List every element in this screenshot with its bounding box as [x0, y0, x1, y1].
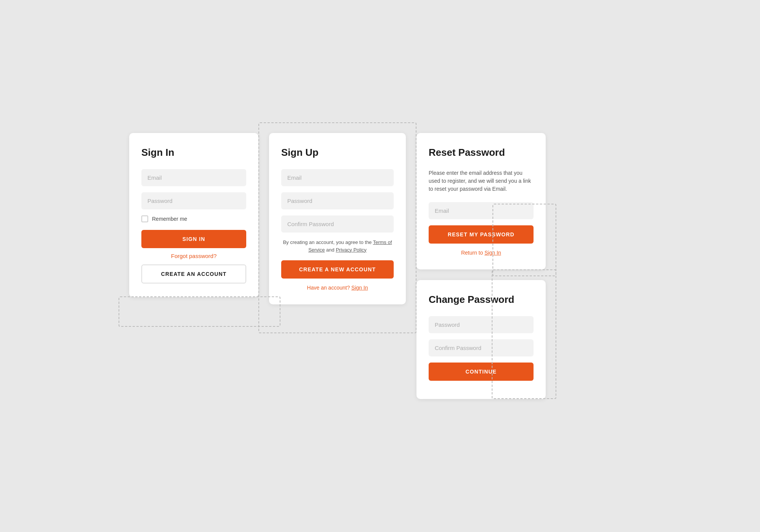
remember-me-label: Remember me: [152, 216, 187, 222]
change-password-input[interactable]: [429, 316, 534, 333]
return-signin-link[interactable]: Sign In: [484, 250, 501, 256]
signin-email-group: [141, 169, 246, 186]
change-password-group: [429, 316, 534, 333]
continue-button[interactable]: CONTINUE: [429, 363, 534, 381]
signup-column: Sign Up By creating an account, you agre…: [269, 133, 406, 304]
signup-signin-link[interactable]: Sign In: [352, 285, 368, 291]
reset-password-button[interactable]: RESET MY PASSWORD: [429, 225, 534, 244]
reset-email-group: [429, 202, 534, 219]
reset-email-input[interactable]: [429, 202, 534, 219]
signin-password-input[interactable]: [141, 192, 246, 209]
privacy-policy-link[interactable]: Privacy Policy: [336, 247, 367, 253]
signup-password-input[interactable]: [281, 192, 394, 209]
remember-me-checkbox[interactable]: [141, 215, 148, 222]
change-confirm-password-group: [429, 339, 534, 356]
create-new-account-button[interactable]: CREATE A NEW ACCOUNT: [281, 260, 394, 279]
create-account-button[interactable]: CREATE AN ACCOUNT: [141, 264, 246, 283]
change-password-card: Change Password CONTINUE: [416, 280, 546, 399]
signup-email-input[interactable]: [281, 169, 394, 186]
signin-dashed-overlay: [119, 296, 280, 327]
have-account-row: Have an account? Sign In: [281, 285, 394, 291]
change-title: Change Password: [429, 294, 534, 306]
signin-card: Sign In Remember me SIGN IN Forgot passw…: [129, 133, 258, 297]
reset-title: Reset Password: [429, 147, 534, 158]
right-column: Reset Password Please enter the email ad…: [416, 133, 546, 399]
remember-me-row: Remember me: [141, 215, 246, 222]
terms-text: By creating an account, you agree to the…: [281, 239, 394, 253]
reset-description: Please enter the email address that you …: [429, 169, 534, 193]
return-signin-row: Return to Sign In: [429, 250, 534, 256]
signup-confirm-password-input[interactable]: [281, 215, 394, 233]
signin-password-group: [141, 192, 246, 209]
signup-email-group: [281, 169, 394, 186]
signin-button[interactable]: SIGN IN: [141, 230, 246, 248]
page-container: Sign In Remember me SIGN IN Forgot passw…: [129, 133, 631, 399]
signup-title: Sign Up: [281, 147, 394, 158]
signin-email-input[interactable]: [141, 169, 246, 186]
signup-card: Sign Up By creating an account, you agre…: [269, 133, 406, 304]
signin-title: Sign In: [141, 147, 246, 158]
signin-column: Sign In Remember me SIGN IN Forgot passw…: [129, 133, 258, 297]
signup-confirm-password-group: [281, 215, 394, 233]
signup-password-group: [281, 192, 394, 209]
forgot-password-link[interactable]: Forgot password?: [141, 253, 246, 259]
change-confirm-password-input[interactable]: [429, 339, 534, 356]
reset-password-card: Reset Password Please enter the email ad…: [416, 133, 546, 269]
